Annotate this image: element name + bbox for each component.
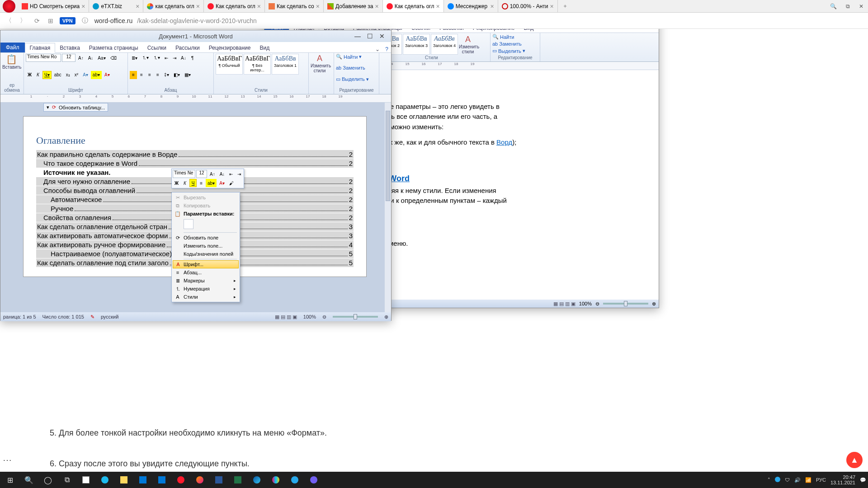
vertical-scrollbar[interactable]: [385, 103, 391, 312]
tab-2[interactable]: как сделать огл×: [143, 0, 204, 12]
store-icon[interactable]: [78, 473, 94, 487]
mini-font-combo[interactable]: Times Ne: [173, 170, 195, 178]
line-spacing-icon[interactable]: ‡▾: [162, 71, 171, 79]
select-button[interactable]: ▭ Выделить ▾: [492, 48, 538, 54]
help-icon[interactable]: ?: [382, 46, 391, 52]
grow-font-icon[interactable]: A↑: [76, 54, 85, 62]
paste-button[interactable]: 📋Вставить: [2, 54, 20, 70]
refresh-icon[interactable]: ⟳: [52, 104, 56, 110]
notifications-icon[interactable]: 💬: [860, 477, 866, 483]
back-button[interactable]: 〈: [4, 16, 14, 26]
close-icon[interactable]: ×: [257, 3, 261, 10]
toc-entry[interactable]: Что такое содержание в Word2: [36, 159, 354, 168]
close-window-icon[interactable]: ✕: [859, 3, 863, 9]
word-icon[interactable]: [211, 473, 227, 487]
mini-size-combo[interactable]: 12: [196, 170, 207, 178]
replace-button[interactable]: ab Заменить: [336, 65, 377, 70]
tab-6[interactable]: Как сделать огл×: [383, 0, 444, 12]
toc-menu-icon[interactable]: ▾: [47, 104, 49, 110]
mailings-tab[interactable]: Рассылки: [171, 43, 204, 52]
app-icon[interactable]: [154, 473, 170, 487]
clock[interactable]: 20:47 13.11.2021: [830, 474, 855, 485]
viber-icon[interactable]: [306, 473, 322, 487]
layout-tab[interactable]: Разметка страницы: [85, 43, 143, 52]
align-right-icon[interactable]: ≡: [146, 71, 153, 79]
find-button[interactable]: 🔍 Найти ▾: [336, 54, 377, 60]
style-h4[interactable]: АаБбВвЗаголовок 4: [431, 34, 458, 55]
tray-icon[interactable]: 🛡: [785, 477, 790, 483]
highlight-icon[interactable]: ab▾: [91, 71, 102, 79]
close-icon[interactable]: ×: [490, 3, 494, 10]
bullets-icon[interactable]: ≣▾: [130, 54, 139, 62]
ctx-numbering[interactable]: ⒈Нумерация▸: [173, 285, 239, 293]
decrease-indent-icon[interactable]: ⇤: [227, 170, 235, 178]
view-tab[interactable]: Вид: [255, 43, 274, 52]
ctx-font[interactable]: AШрифт...: [173, 260, 239, 268]
tab-8[interactable]: 100.00% - Анти×: [498, 0, 558, 12]
strike-button[interactable]: abc: [52, 71, 63, 79]
tray-icon[interactable]: 📶: [805, 477, 811, 483]
vpn-badge[interactable]: VPN: [60, 17, 75, 24]
paint-icon[interactable]: [268, 473, 284, 487]
style-h3[interactable]: АаБбВвЗаголовок 3: [403, 34, 430, 55]
shrink-font-icon[interactable]: A↓: [86, 54, 95, 62]
ctx-styles[interactable]: AСтили▸: [173, 293, 239, 301]
task-view-icon[interactable]: ⧉: [59, 473, 75, 487]
sidebar-menu-icon[interactable]: ⋯: [3, 455, 13, 465]
italic-button[interactable]: К: [34, 71, 42, 79]
multilevel-icon[interactable]: ⒈▾: [151, 54, 162, 62]
bold-button[interactable]: Ж: [26, 71, 33, 79]
clear-format-icon[interactable]: ⌫: [108, 54, 118, 62]
align-left-icon[interactable]: ≡: [130, 71, 137, 79]
style-normal[interactable]: АаБбВвГ¶ Обычный: [216, 54, 243, 75]
shading-icon[interactable]: ◧▾: [172, 71, 182, 79]
underline-button[interactable]: Ч: [189, 179, 197, 187]
view-icons[interactable]: ▦ ▤ ▥ ▣: [553, 301, 576, 307]
url-host[interactable]: word-office.ru: [94, 17, 133, 24]
search-icon[interactable]: 🔍: [830, 3, 837, 9]
close-icon[interactable]: ×: [436, 3, 439, 10]
align-center-icon[interactable]: ≡: [198, 179, 205, 187]
start-button[interactable]: ⊞: [2, 473, 18, 487]
select-button[interactable]: ▭ Выделить ▾: [336, 76, 377, 82]
ie-icon[interactable]: [97, 473, 113, 487]
tab-4[interactable]: Как сделать со×: [265, 0, 324, 12]
language-indicator[interactable]: РУС: [816, 477, 826, 483]
subscript-button[interactable]: x₂: [64, 71, 72, 79]
reload-button[interactable]: ⟳: [33, 16, 42, 25]
decrease-indent-icon[interactable]: ⇤: [163, 54, 170, 62]
word-count[interactable]: Число слов: 1 015: [42, 314, 84, 319]
text-effects-icon[interactable]: A▾: [81, 71, 90, 79]
opera-icon[interactable]: [173, 473, 189, 487]
zoom-out[interactable]: ⊖: [595, 301, 599, 307]
change-case-icon[interactable]: Aa▾: [96, 54, 107, 62]
firefox-icon[interactable]: [192, 473, 208, 487]
toc-update-bar[interactable]: ▾ ⟳ Обновить таблицу...: [43, 103, 108, 112]
insert-tab[interactable]: Вставка: [55, 43, 85, 52]
toc-entry[interactable]: Как правильно сделать содержание в Ворде…: [36, 150, 354, 159]
superscript-button[interactable]: x²: [73, 71, 80, 79]
references-tab[interactable]: Ссылки: [143, 43, 171, 52]
replace-button[interactable]: ab Заменить: [492, 41, 538, 47]
borders-icon[interactable]: ▦▾: [183, 71, 193, 79]
tab-7[interactable]: Мессенджер×: [444, 0, 498, 12]
bold-button[interactable]: Ж: [173, 179, 180, 187]
show-marks-icon[interactable]: ¶: [189, 54, 196, 62]
close-icon[interactable]: ×: [375, 3, 378, 10]
language-indicator[interactable]: русский: [101, 314, 118, 319]
close-button[interactable]: ✕: [379, 33, 385, 40]
style-nospacing[interactable]: АаБбВвГ¶ Без интер...: [244, 54, 271, 75]
edge-icon[interactable]: [249, 473, 265, 487]
spell-check-icon[interactable]: ✎: [90, 314, 94, 320]
search-button[interactable]: 🔍: [21, 473, 37, 487]
ctx-paste-options[interactable]: [173, 218, 239, 231]
grow-font-icon[interactable]: A↑: [208, 170, 217, 178]
zoom-slider[interactable]: [333, 316, 378, 318]
cortana-icon[interactable]: ◯: [40, 473, 56, 487]
ctx-edit-field[interactable]: Изменить поле...: [173, 242, 239, 250]
zoom-in[interactable]: ⊕: [384, 314, 388, 320]
increase-indent-icon[interactable]: ⇥: [171, 54, 178, 62]
tab-3[interactable]: Как сделать огл×: [204, 0, 265, 12]
close-icon[interactable]: ×: [550, 3, 554, 10]
site-info-icon[interactable]: ⓘ: [80, 16, 90, 26]
